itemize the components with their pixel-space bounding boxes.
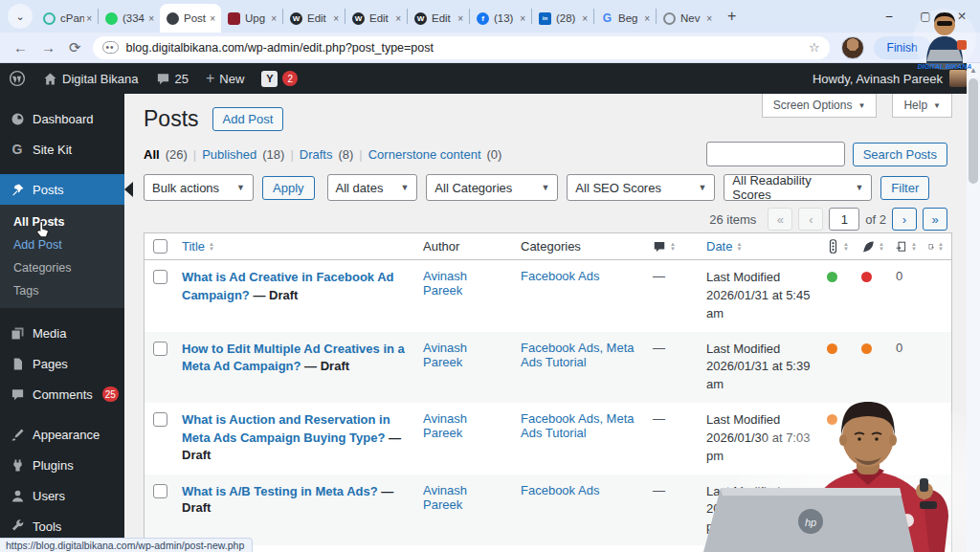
sidebar-item-tags[interactable]: Tags — [0, 279, 124, 302]
finish-button[interactable]: Finish — [874, 36, 931, 59]
view-cornerstone-link[interactable]: Cornerstone content — [368, 147, 481, 162]
browser-tab[interactable]: W Edit × — [408, 4, 469, 33]
sidebar-item-media[interactable]: Media — [0, 318, 124, 348]
column-header-seo-score[interactable]: ▲▼ — [821, 233, 856, 259]
sidebar-item-all-posts[interactable]: All Posts — [0, 210, 124, 233]
site-info-icon[interactable]: •• — [102, 41, 119, 54]
sidebar-item-add-post[interactable]: Add Post — [0, 233, 124, 256]
tab-close-icon[interactable]: × — [84, 13, 94, 24]
sidebar-item-pages[interactable]: Pages — [0, 348, 124, 379]
categories-link[interactable]: Facebook Ads — [521, 269, 599, 283]
browser-tab[interactable]: W Edit × — [283, 4, 345, 33]
row-checkbox[interactable] — [153, 412, 167, 427]
close-window-button[interactable]: ✕ — [944, 0, 980, 33]
view-published-link[interactable]: Published — [202, 147, 256, 162]
post-title-link[interactable]: What is Auction and Reservation in Meta … — [182, 412, 390, 445]
browser-tab[interactable]: cPan × — [36, 4, 98, 33]
bulk-actions-select[interactable]: Bulk actions▼ — [144, 174, 254, 201]
column-header-comments[interactable]: ▲▼ — [647, 233, 701, 259]
first-page-button[interactable]: « — [768, 208, 792, 231]
apply-button[interactable]: Apply — [262, 176, 315, 200]
site-name-menu[interactable]: Digital Bikana — [34, 63, 147, 94]
browser-profile-avatar[interactable] — [841, 36, 864, 59]
post-title-link[interactable]: How to Edit Multiple Ad Creatives in a M… — [182, 342, 405, 374]
author-link[interactable]: Avinash Pareek — [423, 341, 467, 369]
bookmark-star-icon[interactable]: ☆ — [809, 40, 820, 55]
column-header-internal-links[interactable]: ▲▼ — [890, 233, 923, 259]
sidebar-item-categories[interactable]: Categories — [0, 256, 124, 279]
browser-tab[interactable]: (334 × — [99, 4, 160, 33]
tab-close-icon[interactable]: × — [269, 13, 278, 24]
view-drafts-link[interactable]: Drafts — [300, 147, 333, 162]
browser-tab[interactable]: f (13) × — [470, 4, 531, 33]
yoast-menu[interactable]: Y 2 — [253, 63, 306, 94]
forward-icon[interactable]: → — [41, 39, 56, 55]
categories-link[interactable]: Facebook Ads, Meta Ads Tutorial — [521, 341, 635, 369]
comments-menu[interactable]: 25 — [147, 63, 197, 94]
wp-logo-menu[interactable] — [0, 63, 34, 94]
filter-button[interactable]: Filter — [880, 176, 929, 200]
column-header-date[interactable]: Date ▲▼ — [701, 233, 821, 259]
tab-search-button[interactable]: ⌄ — [8, 4, 33, 29]
author-link[interactable]: Avinash Pareek — [423, 411, 467, 440]
seo-scores-select[interactable]: All SEO Scores▼ — [567, 174, 715, 201]
last-page-button[interactable]: » — [923, 208, 947, 231]
dates-select[interactable]: All dates▼ — [327, 174, 418, 201]
tab-close-icon[interactable]: × — [704, 13, 714, 24]
tab-close-icon[interactable]: × — [331, 13, 341, 24]
sidebar-item-appearance[interactable]: Appearance — [0, 419, 124, 450]
sidebar-item-users[interactable]: Users — [0, 480, 124, 511]
address-bar[interactable]: •• blog.digitalbikana.com/wp-admin/edit.… — [93, 36, 830, 59]
post-title-link[interactable]: What is A/B Testing in Meta Ads? — [182, 484, 378, 498]
tab-close-icon[interactable]: × — [642, 13, 652, 24]
column-header-outgoing-links[interactable]: ▲▼ — [923, 233, 949, 259]
prev-page-button[interactable]: ‹ — [798, 208, 823, 231]
new-content-menu[interactable]: + New — [197, 63, 253, 94]
page-scrollbar[interactable]: ▲ — [967, 63, 980, 552]
screen-options-button[interactable]: Screen Options ▼ — [762, 94, 878, 118]
author-link[interactable]: Avinash Pareek — [423, 269, 467, 298]
help-button[interactable]: Help ▼ — [892, 94, 952, 118]
scrollbar-thumb[interactable] — [969, 78, 978, 184]
next-page-button[interactable]: › — [892, 208, 917, 231]
reload-icon[interactable]: ⟳ — [69, 39, 81, 56]
sidebar-item-plugins[interactable]: Plugins — [0, 450, 124, 480]
maximize-button[interactable]: ▢ — [907, 0, 944, 33]
view-all-link[interactable]: All — [144, 147, 160, 162]
tab-close-icon[interactable]: × — [580, 13, 590, 24]
row-checkbox[interactable] — [153, 342, 167, 356]
sidebar-item-site-kit[interactable]: G Site Kit — [0, 134, 124, 165]
tab-close-icon[interactable]: × — [393, 13, 403, 24]
sidebar-item-comments[interactable]: Comments 25 — [0, 379, 124, 409]
tab-close-icon[interactable]: × — [518, 13, 527, 24]
browser-tab[interactable]: Upg × — [221, 4, 282, 33]
current-page-input[interactable]: 1 — [829, 208, 859, 231]
tab-close-icon[interactable]: × — [456, 13, 465, 24]
author-link[interactable]: Avinash Pareek — [423, 483, 467, 512]
readability-scores-select[interactable]: All Readability Scores▼ — [724, 174, 872, 201]
tab-close-icon[interactable]: × — [208, 13, 217, 24]
categories-link[interactable]: Facebook Ads, Meta Ads Tutorial — [521, 411, 635, 440]
browser-tab[interactable]: in (28) × — [532, 4, 593, 33]
select-all-checkbox[interactable] — [153, 239, 167, 254]
categories-select[interactable]: All Categories▼ — [426, 174, 558, 201]
search-input[interactable] — [706, 142, 845, 166]
row-checkbox[interactable] — [153, 484, 167, 498]
back-icon[interactable]: ← — [13, 39, 28, 55]
minimize-button[interactable]: – — [871, 0, 907, 33]
column-header-readability[interactable]: ▲▼ — [856, 233, 890, 259]
add-post-button[interactable]: Add Post — [212, 107, 284, 131]
my-account-menu[interactable]: Howdy, Avinash Pareek — [813, 70, 980, 87]
browser-tab[interactable]: G Beg × — [594, 4, 656, 33]
column-header-title[interactable]: Title ▲▼ — [176, 233, 417, 259]
sidebar-item-posts[interactable]: Posts — [0, 174, 124, 205]
search-posts-button[interactable]: Search Posts — [853, 143, 947, 166]
browser-tab[interactable]: W Edit × — [345, 4, 407, 33]
sidebar-item-dashboard[interactable]: Dashboard — [0, 103, 124, 134]
tab-close-icon[interactable]: × — [146, 13, 156, 24]
categories-link[interactable]: Facebook Ads — [521, 483, 599, 497]
url-text[interactable]: blog.digitalbikana.com/wp-admin/edit.php… — [126, 41, 434, 55]
row-checkbox[interactable] — [153, 270, 167, 284]
scroll-up-arrow-icon[interactable]: ▲ — [967, 63, 980, 75]
new-tab-button[interactable]: + — [727, 8, 736, 25]
